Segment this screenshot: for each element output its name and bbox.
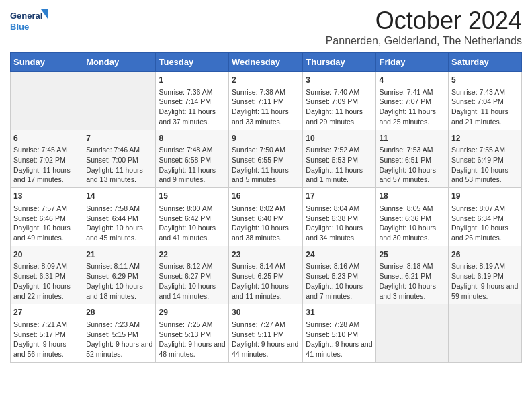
calendar-cell: 9Sunrise: 7:50 AM Sunset: 6:55 PM Daylig…	[229, 130, 303, 188]
calendar-cell: 25Sunrise: 8:18 AM Sunset: 6:21 PM Dayli…	[376, 246, 449, 304]
svg-text:General: General	[10, 11, 42, 21]
calendar-week-row: 1Sunrise: 7:36 AM Sunset: 7:14 PM Daylig…	[11, 72, 522, 130]
calendar-cell: 27Sunrise: 7:21 AM Sunset: 5:17 PM Dayli…	[11, 304, 83, 363]
calendar-cell: 22Sunrise: 8:12 AM Sunset: 6:27 PM Dayli…	[156, 246, 229, 304]
calendar-cell: 10Sunrise: 7:52 AM Sunset: 6:53 PM Dayli…	[303, 130, 376, 188]
title-section: October 2024 Pannerden, Gelderland, The …	[326, 7, 522, 47]
day-info: Sunrise: 7:48 AM Sunset: 6:58 PM Dayligh…	[159, 145, 226, 185]
calendar-cell	[376, 304, 449, 363]
day-number: 27	[13, 307, 80, 318]
day-number: 2	[232, 75, 300, 86]
day-number: 15	[159, 191, 226, 202]
svg-text:Blue: Blue	[10, 21, 29, 32]
weekday-header: Saturday	[449, 53, 522, 72]
weekday-header: Friday	[376, 53, 449, 72]
day-info: Sunrise: 8:19 AM Sunset: 6:19 PM Dayligh…	[451, 261, 519, 301]
weekday-header: Tuesday	[156, 53, 229, 72]
day-info: Sunrise: 8:18 AM Sunset: 6:21 PM Dayligh…	[379, 261, 445, 301]
calendar-week-row: 13Sunrise: 7:57 AM Sunset: 6:46 PM Dayli…	[11, 188, 522, 246]
day-number: 26	[451, 249, 519, 261]
day-number: 7	[86, 133, 152, 144]
day-number: 30	[232, 307, 300, 318]
day-info: Sunrise: 8:16 AM Sunset: 6:23 PM Dayligh…	[306, 261, 373, 301]
day-number: 21	[86, 249, 152, 261]
month-title: October 2024	[326, 7, 522, 35]
day-info: Sunrise: 7:45 AM Sunset: 7:02 PM Dayligh…	[13, 145, 80, 185]
day-info: Sunrise: 7:41 AM Sunset: 7:07 PM Dayligh…	[379, 87, 445, 127]
day-info: Sunrise: 8:11 AM Sunset: 6:29 PM Dayligh…	[86, 261, 152, 301]
calendar-cell: 17Sunrise: 8:04 AM Sunset: 6:38 PM Dayli…	[303, 188, 376, 246]
day-info: Sunrise: 7:53 AM Sunset: 6:51 PM Dayligh…	[379, 145, 445, 185]
day-number: 18	[379, 191, 445, 202]
day-number: 10	[306, 133, 373, 144]
day-info: Sunrise: 7:23 AM Sunset: 5:15 PM Dayligh…	[86, 320, 152, 359]
day-info: Sunrise: 8:14 AM Sunset: 6:25 PM Dayligh…	[232, 261, 300, 301]
weekday-header: Sunday	[11, 53, 83, 72]
calendar-cell: 5Sunrise: 7:43 AM Sunset: 7:04 PM Daylig…	[449, 72, 522, 130]
day-number: 11	[379, 133, 445, 144]
weekday-header: Thursday	[303, 53, 376, 72]
day-number: 28	[86, 307, 152, 318]
calendar-cell: 8Sunrise: 7:48 AM Sunset: 6:58 PM Daylig…	[156, 130, 229, 188]
calendar-cell: 24Sunrise: 8:16 AM Sunset: 6:23 PM Dayli…	[303, 246, 376, 304]
day-number: 17	[306, 191, 373, 202]
calendar-cell: 2Sunrise: 7:38 AM Sunset: 7:11 PM Daylig…	[229, 72, 303, 130]
day-number: 13	[13, 191, 80, 202]
calendar-cell: 11Sunrise: 7:53 AM Sunset: 6:51 PM Dayli…	[376, 130, 449, 188]
day-info: Sunrise: 7:40 AM Sunset: 7:09 PM Dayligh…	[306, 87, 373, 127]
calendar-cell: 4Sunrise: 7:41 AM Sunset: 7:07 PM Daylig…	[376, 72, 449, 130]
day-info: Sunrise: 8:04 AM Sunset: 6:38 PM Dayligh…	[306, 203, 373, 243]
day-number: 9	[232, 133, 300, 144]
day-info: Sunrise: 7:50 AM Sunset: 6:55 PM Dayligh…	[232, 145, 300, 185]
day-number: 20	[13, 249, 80, 261]
calendar-week-row: 27Sunrise: 7:21 AM Sunset: 5:17 PM Dayli…	[11, 304, 522, 363]
logo: General Blue	[10, 7, 48, 36]
calendar-cell: 31Sunrise: 7:28 AM Sunset: 5:10 PM Dayli…	[303, 304, 376, 363]
calendar-cell: 16Sunrise: 8:02 AM Sunset: 6:40 PM Dayli…	[229, 188, 303, 246]
day-number: 5	[451, 75, 519, 86]
calendar-cell: 1Sunrise: 7:36 AM Sunset: 7:14 PM Daylig…	[156, 72, 229, 130]
day-number: 3	[306, 75, 373, 86]
day-number: 16	[232, 191, 300, 202]
day-number: 14	[86, 191, 152, 202]
calendar-table: SundayMondayTuesdayWednesdayThursdayFrid…	[10, 52, 522, 363]
calendar-week-row: 20Sunrise: 8:09 AM Sunset: 6:31 PM Dayli…	[11, 246, 522, 304]
day-number: 23	[232, 249, 300, 261]
calendar-cell	[83, 72, 156, 130]
day-number: 24	[306, 249, 373, 261]
page-header: General Blue October 2024 Pannerden, Gel…	[10, 7, 522, 47]
day-info: Sunrise: 7:21 AM Sunset: 5:17 PM Dayligh…	[13, 320, 80, 359]
calendar-cell	[449, 304, 522, 363]
day-info: Sunrise: 7:58 AM Sunset: 6:44 PM Dayligh…	[86, 203, 152, 243]
day-info: Sunrise: 7:57 AM Sunset: 6:46 PM Dayligh…	[13, 203, 80, 243]
day-info: Sunrise: 8:02 AM Sunset: 6:40 PM Dayligh…	[232, 203, 300, 243]
day-number: 6	[13, 133, 80, 144]
calendar-cell: 29Sunrise: 7:25 AM Sunset: 5:13 PM Dayli…	[156, 304, 229, 363]
day-info: Sunrise: 8:00 AM Sunset: 6:42 PM Dayligh…	[159, 203, 226, 243]
calendar-cell: 21Sunrise: 8:11 AM Sunset: 6:29 PM Dayli…	[83, 246, 156, 304]
calendar-cell: 12Sunrise: 7:55 AM Sunset: 6:49 PM Dayli…	[449, 130, 522, 188]
calendar-cell: 19Sunrise: 8:07 AM Sunset: 6:34 PM Dayli…	[449, 188, 522, 246]
day-number: 8	[159, 133, 226, 144]
day-number: 1	[159, 75, 226, 86]
calendar-cell: 13Sunrise: 7:57 AM Sunset: 6:46 PM Dayli…	[11, 188, 83, 246]
calendar-cell: 26Sunrise: 8:19 AM Sunset: 6:19 PM Dayli…	[449, 246, 522, 304]
day-info: Sunrise: 7:46 AM Sunset: 7:00 PM Dayligh…	[86, 145, 152, 185]
calendar-cell: 3Sunrise: 7:40 AM Sunset: 7:09 PM Daylig…	[303, 72, 376, 130]
calendar-cell: 18Sunrise: 8:05 AM Sunset: 6:36 PM Dayli…	[376, 188, 449, 246]
day-info: Sunrise: 8:07 AM Sunset: 6:34 PM Dayligh…	[451, 203, 519, 243]
logo-svg: General Blue	[10, 7, 48, 36]
calendar-cell: 7Sunrise: 7:46 AM Sunset: 7:00 PM Daylig…	[83, 130, 156, 188]
day-number: 12	[451, 133, 519, 144]
calendar-cell: 28Sunrise: 7:23 AM Sunset: 5:15 PM Dayli…	[83, 304, 156, 363]
calendar-cell: 6Sunrise: 7:45 AM Sunset: 7:02 PM Daylig…	[11, 130, 83, 188]
calendar-cell: 20Sunrise: 8:09 AM Sunset: 6:31 PM Dayli…	[11, 246, 83, 304]
day-info: Sunrise: 8:05 AM Sunset: 6:36 PM Dayligh…	[379, 203, 445, 243]
weekday-header: Monday	[83, 53, 156, 72]
day-info: Sunrise: 7:55 AM Sunset: 6:49 PM Dayligh…	[451, 145, 519, 185]
calendar-cell: 23Sunrise: 8:14 AM Sunset: 6:25 PM Dayli…	[229, 246, 303, 304]
day-info: Sunrise: 7:38 AM Sunset: 7:11 PM Dayligh…	[232, 87, 300, 127]
day-number: 29	[159, 307, 226, 318]
day-info: Sunrise: 7:25 AM Sunset: 5:13 PM Dayligh…	[159, 320, 226, 359]
calendar-cell: 15Sunrise: 8:00 AM Sunset: 6:42 PM Dayli…	[156, 188, 229, 246]
